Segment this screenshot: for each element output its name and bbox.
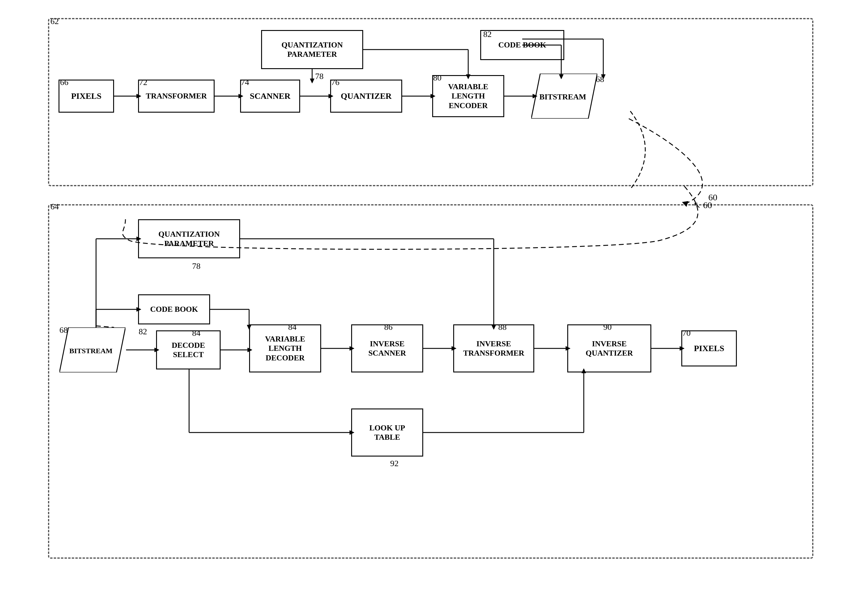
svg-marker-35 [566, 346, 570, 351]
svg-marker-29 [248, 348, 252, 352]
svg-marker-33 [452, 346, 456, 351]
svg-marker-55 [582, 369, 586, 373]
svg-marker-40 [350, 431, 354, 435]
svg-marker-46 [492, 325, 496, 330]
svg-marker-27 [155, 348, 159, 352]
ref-arrow-60: ↖ 60 [693, 200, 712, 210]
svg-marker-52 [137, 307, 141, 311]
svg-marker-25 [682, 201, 688, 207]
svg-marker-43 [247, 325, 251, 330]
decoder-arrows [0, 0, 868, 592]
svg-marker-37 [680, 346, 684, 351]
svg-marker-31 [350, 346, 354, 351]
svg-marker-49 [137, 237, 141, 241]
diagram: 62 QUANTIZATIONPARAMETER 78 CODE BOOK 82… [0, 0, 868, 592]
